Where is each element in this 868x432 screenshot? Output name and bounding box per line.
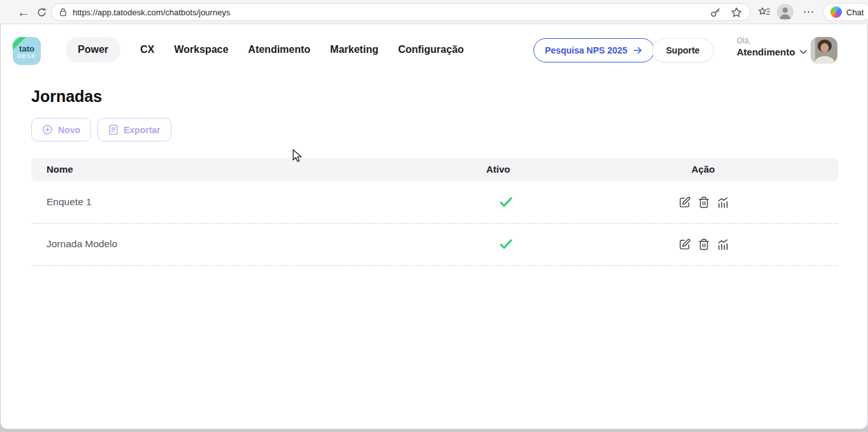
stats-icon[interactable] (717, 238, 729, 250)
journey-name: Jornada Modelo (47, 238, 117, 250)
main-nav: Power CX Workspace Atendimento Marketing… (66, 36, 464, 64)
chevron-down-icon (799, 49, 807, 55)
journeys-table: Nome Ativo Ação Enquete 1 (31, 158, 838, 266)
nav-item-atendimento[interactable]: Atendimento (248, 44, 310, 55)
nav-item-cx[interactable]: CX (140, 44, 154, 55)
back-icon[interactable]: ← (15, 4, 32, 20)
url-text[interactable]: https://app.tatodesk.com/chatbots/journe… (73, 8, 709, 17)
browser-toolbar: ← https://app.tatodesk.com/chatbots/jour… (0, 0, 868, 24)
nav-item-configuracao[interactable]: Configuração (398, 44, 464, 55)
settings-more-icon[interactable]: ⋯ (800, 3, 817, 20)
table-row: Enquete 1 (31, 182, 838, 224)
account-name: Atendimento (737, 47, 795, 57)
copilot-icon (830, 6, 842, 18)
nav-item-marketing[interactable]: Marketing (330, 44, 379, 55)
nav-item-workspace[interactable]: Workspace (174, 44, 228, 55)
stats-icon[interactable] (717, 196, 729, 208)
tatodesk-logo[interactable]: tato DESK (13, 37, 41, 65)
nps-survey-button[interactable]: Pesquisa NPS 2025 (533, 38, 655, 62)
user-avatar[interactable] (811, 37, 837, 64)
page-title: Jornadas (31, 87, 102, 106)
table-row: Jornada Modelo (31, 224, 838, 266)
column-header-active: Ativo (486, 164, 510, 175)
delete-icon[interactable] (698, 238, 710, 250)
logo-text-top: tato (19, 45, 34, 53)
plus-circle-icon (42, 124, 53, 135)
table-header: Nome Ativo Ação (31, 158, 838, 182)
column-header-action: Ação (691, 164, 715, 175)
delete-icon[interactable] (698, 196, 710, 208)
password-key-icon[interactable] (709, 6, 721, 18)
nav-item-power[interactable]: Power (66, 37, 120, 62)
active-check-icon (498, 194, 514, 210)
greeting-text: Olá, (737, 36, 807, 45)
favorite-star-icon[interactable] (730, 6, 742, 18)
edit-icon[interactable] (679, 238, 691, 250)
page-content: tato DESK Power CX Workspace Atendimento… (1, 24, 867, 429)
browser-profile-avatar[interactable] (777, 4, 793, 20)
account-menu[interactable]: Atendimento (737, 47, 807, 57)
document-icon (108, 124, 119, 135)
active-check-icon (498, 236, 514, 252)
arrow-right-icon (633, 45, 643, 55)
address-bar[interactable]: https://app.tatodesk.com/chatbots/journe… (51, 3, 751, 21)
copilot-chat-button[interactable]: Chat (823, 3, 868, 21)
row-actions (679, 196, 729, 208)
edit-icon[interactable] (679, 196, 691, 208)
journey-name: Enquete 1 (47, 196, 92, 208)
account-greeting: Olá, Atendimento (737, 36, 807, 57)
lock-icon (59, 8, 67, 17)
logo-text-bottom: DESK (17, 53, 36, 59)
row-actions (679, 238, 729, 250)
new-journey-button[interactable]: Novo (31, 118, 91, 141)
refresh-icon[interactable] (33, 4, 50, 20)
collections-icon[interactable] (756, 4, 772, 20)
column-header-name: Nome (47, 164, 73, 175)
chat-label: Chat (846, 8, 864, 17)
support-button[interactable]: Suporte (652, 38, 714, 62)
export-button[interactable]: Exportar (98, 118, 171, 141)
